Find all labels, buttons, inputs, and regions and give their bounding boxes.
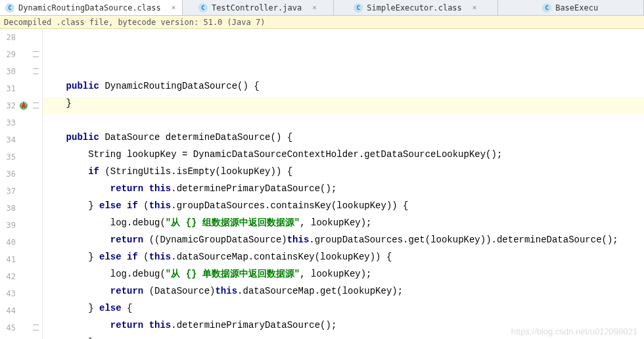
marker-gutter: I — [18, 29, 30, 339]
line-number: 28 — [0, 29, 16, 46]
fold-expand-icon[interactable] — [33, 102, 39, 108]
line-number: 45 — [0, 319, 16, 336]
code-line[interactable]: return this.determinePrimaryDataSource()… — [44, 180, 644, 197]
tab-label: SimpleExecutor.class — [367, 3, 462, 12]
tab-simple-executor[interactable]: C SimpleExecutor.class × — [334, 0, 498, 15]
line-number: 42 — [0, 268, 16, 285]
line-number-gutter: 282930313233343536373839404142434445 — [0, 29, 18, 339]
code-line[interactable]: public DataSource determineDataSource() … — [44, 129, 644, 146]
code-line[interactable]: } else { — [44, 300, 644, 317]
line-number — [0, 336, 16, 339]
class-icon: C — [542, 3, 551, 12]
code-line[interactable]: log.debug("从 {} 单数据源中返回数据源", lookupKey); — [44, 265, 644, 282]
fold-collapse-icon[interactable] — [33, 68, 39, 74]
tab-label: DynamicRoutingDataSource.class — [18, 3, 161, 12]
line-number: 31 — [0, 80, 16, 97]
code-line[interactable]: return this.determinePrimaryDataSource()… — [44, 317, 644, 334]
code-line[interactable]: } — [44, 334, 644, 339]
line-number: 40 — [0, 234, 16, 251]
code-line[interactable] — [44, 60, 644, 78]
code-line[interactable]: public DynamicRoutingDataSource() { — [44, 78, 644, 95]
code-line[interactable]: String lookupKey = DynamicDataSourceCont… — [44, 146, 644, 163]
line-number: 30 — [0, 63, 16, 80]
code-line[interactable]: return (DataSource)this.dataSourceMap.ge… — [44, 282, 644, 300]
code-line[interactable]: if (StringUtils.isEmpty(lookupKey)) { — [44, 163, 644, 180]
class-icon: C — [5, 3, 14, 12]
line-number: 36 — [0, 166, 16, 183]
class-icon: C — [354, 3, 363, 12]
change-marker-icon — [21, 101, 26, 108]
line-number: 29 — [0, 46, 16, 63]
tab-dynamic-routing[interactable]: C DynamicRoutingDataSource.class × — [0, 0, 183, 15]
line-number: 39 — [0, 217, 16, 234]
tab-test-controller[interactable]: C TestController.java × — [183, 0, 334, 15]
close-icon[interactable]: × — [172, 3, 176, 12]
tab-label: TestController.java — [212, 3, 302, 12]
code-content[interactable]: public DynamicRoutingDataSource() { } pu… — [42, 29, 644, 339]
line-number: 41 — [0, 251, 16, 268]
code-line[interactable] — [44, 112, 644, 129]
close-icon[interactable]: × — [312, 3, 317, 12]
class-icon: C — [198, 3, 208, 12]
code-line[interactable]: } else if (this.dataSourceMap.containsKe… — [44, 248, 644, 265]
fold-expand-icon[interactable] — [33, 51, 39, 57]
line-number: 35 — [0, 148, 16, 166]
code-line[interactable]: log.debug("从 {} 组数据源中返回数据源", lookupKey); — [44, 214, 644, 231]
editor-tabs: C DynamicRoutingDataSource.class × C Tes… — [0, 0, 644, 16]
code-line[interactable]: return ((DynamicGroupDataSource)this.gro… — [44, 231, 644, 248]
line-number: 38 — [0, 200, 16, 217]
close-icon[interactable]: × — [472, 3, 477, 12]
code-line[interactable]: } — [44, 95, 644, 112]
line-number: 37 — [0, 183, 16, 200]
fold-gutter — [30, 29, 42, 339]
tab-base-executor[interactable]: C BaseExecu — [498, 0, 644, 15]
decompiled-banner: Decompiled .class file, bytecode version… — [0, 16, 644, 29]
line-number: 44 — [0, 302, 16, 319]
fold-collapse-icon[interactable] — [33, 325, 39, 330]
tab-label: BaseExecu — [555, 3, 598, 12]
line-number: 43 — [0, 285, 16, 302]
line-number: 34 — [0, 131, 16, 148]
editor-area[interactable]: 282930313233343536373839404142434445 I p… — [0, 29, 644, 339]
code-line[interactable]: } else if (this.groupDataSources.contain… — [44, 197, 644, 214]
line-number: 33 — [0, 114, 16, 131]
line-number: 32 — [0, 97, 16, 114]
